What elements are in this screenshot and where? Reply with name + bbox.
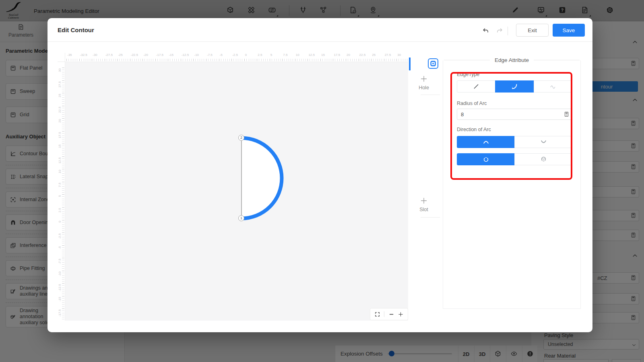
header-underline — [47, 41, 592, 42]
v-ruler-tick: -7.5 — [58, 258, 65, 271]
panel-legend: Edge Attribute — [443, 57, 580, 63]
h-ruler-tick: 30 — [396, 53, 408, 62]
v-ruler-tick: -5 — [58, 245, 65, 258]
edit-contour-modal: Edit Contour Exit Save -35-32.5-30-27.5-… — [47, 18, 592, 332]
add-slot-label: Slot — [408, 207, 440, 212]
radius-of-arc-input[interactable] — [457, 109, 554, 119]
v-ruler-tick: 5 — [58, 194, 65, 207]
v-ruler-tick: 10 — [58, 169, 65, 182]
add-hole-label: Hole — [408, 85, 440, 90]
h-ruler-tick: -22.5 — [130, 53, 143, 62]
h-ruler-tick: 2.5 — [257, 53, 270, 62]
contour-canvas[interactable]: 2 1 — [65, 62, 408, 321]
edge-type-label: EdgeType — [457, 72, 479, 77]
edge-type-line-button[interactable] — [457, 80, 495, 93]
h-ruler-tick: 27.5 — [384, 53, 397, 62]
h-ruler-tick: 12.5 — [308, 53, 320, 62]
v-ruler-tick: 0 — [58, 220, 65, 233]
h-ruler-tick: -7.5 — [206, 53, 219, 62]
vertex-badge-bottom[interactable]: 1 — [238, 215, 244, 221]
v-ruler-tick: 2.5 — [58, 207, 65, 220]
h-ruler-tick: 22.5 — [359, 53, 372, 62]
h-ruler-tick: -27.5 — [105, 53, 118, 62]
v-ruler-tick: 7.5 — [58, 182, 65, 195]
save-button[interactable]: Save — [553, 24, 585, 37]
direction-row — [457, 153, 572, 165]
vertex-badge-top[interactable]: 2 — [238, 135, 244, 141]
active-tab-indicator — [409, 58, 411, 70]
horizontal-ruler: -35-32.5-30-27.5-25-22.5-20-17.5-15-12.5… — [65, 53, 408, 62]
ruler-corner — [58, 53, 65, 62]
header-divider — [508, 27, 508, 35]
controls-divider — [384, 311, 384, 317]
h-ruler-tick: -5 — [219, 53, 232, 62]
h-ruler-tick: -35 — [66, 53, 79, 62]
fit-view-icon[interactable] — [375, 312, 380, 317]
direction-row — [457, 136, 572, 148]
arc-direction-up-button[interactable] — [457, 136, 515, 148]
panel-title: Edge Attribute — [495, 57, 529, 63]
edge-type-arc-button[interactable] — [495, 80, 534, 93]
v-ruler-tick: -2.5 — [58, 232, 65, 245]
h-ruler-tick: -30 — [92, 53, 105, 62]
redo-button[interactable] — [496, 27, 504, 35]
v-ruler-tick: 12.5 — [58, 156, 65, 169]
v-ruler-tick: 22.5 — [58, 106, 65, 119]
formula-calculator-icon[interactable] — [564, 111, 569, 119]
h-ruler-tick: 10 — [295, 53, 308, 62]
vertical-ruler: 3027.52522.52017.51512.5107.552.50-2.5-5… — [58, 62, 65, 321]
h-ruler-tick: 7.5 — [282, 53, 295, 62]
v-ruler-tick: 15 — [58, 144, 65, 156]
edge-attribute-panel: Edge Attribute EdgeType Radius of Arc Di… — [443, 60, 581, 309]
tool-divider — [421, 95, 440, 95]
radius-of-arc-field — [457, 109, 572, 120]
edge-type-options — [457, 80, 572, 93]
h-ruler-tick: 5 — [270, 53, 283, 62]
v-ruler-tick: 25 — [58, 93, 65, 106]
h-ruler-tick: 0 — [244, 53, 257, 62]
plus-icon — [420, 197, 427, 206]
h-ruler-tick: 20 — [346, 53, 359, 62]
h-ruler-tick: -17.5 — [155, 53, 168, 62]
app-root: SeaGullCabinets Parametric Modeling Edit… — [0, 0, 644, 362]
h-ruler-tick: -10 — [193, 53, 206, 62]
arc-major-down-button[interactable] — [514, 153, 572, 165]
tool-divider — [421, 217, 440, 218]
radius-of-arc-label: Radius of Arc — [457, 101, 487, 106]
v-ruler-tick: -15 — [58, 296, 65, 309]
v-ruler-tick: -17.5 — [58, 309, 65, 321]
h-ruler-tick: 15 — [320, 53, 333, 62]
h-ruler-tick: -12.5 — [181, 53, 194, 62]
v-ruler-tick: -10 — [58, 271, 65, 284]
h-ruler-tick: -25 — [117, 53, 130, 62]
h-ruler-tick: -2.5 — [231, 53, 244, 62]
h-ruler-tick: -15 — [168, 53, 181, 62]
contour-shape — [65, 62, 408, 321]
h-ruler-tick: 17.5 — [333, 53, 346, 62]
direction-of-arc-label: Direction of Arc — [457, 127, 491, 132]
add-slot-button[interactable]: Slot — [408, 197, 440, 212]
h-ruler-tick: 25 — [371, 53, 384, 62]
h-ruler-tick: -32.5 — [79, 53, 92, 62]
edge-type-spline-button[interactable] — [534, 80, 572, 93]
plus-icon — [420, 75, 427, 84]
add-hole-button[interactable]: Hole — [408, 75, 440, 90]
exit-button[interactable]: Exit — [516, 24, 549, 37]
v-ruler-tick: 30 — [58, 68, 65, 80]
v-ruler-tick: 17.5 — [58, 131, 65, 144]
zoom-in-icon[interactable] — [398, 312, 403, 317]
arc-direction-down-button[interactable] — [514, 136, 572, 148]
v-ruler-tick: 20 — [58, 118, 65, 131]
undo-button[interactable] — [482, 27, 489, 35]
v-ruler-tick: -12.5 — [58, 283, 65, 296]
canvas-zoom-controls — [370, 309, 408, 320]
h-ruler-tick: -20 — [142, 53, 155, 62]
modal-title: Edit Contour — [58, 27, 94, 33]
zoom-out-icon[interactable] — [389, 312, 394, 317]
arc-major-up-button[interactable] — [457, 153, 515, 165]
contour-tool-button[interactable] — [428, 58, 438, 69]
v-ruler-tick: 27.5 — [58, 80, 65, 93]
